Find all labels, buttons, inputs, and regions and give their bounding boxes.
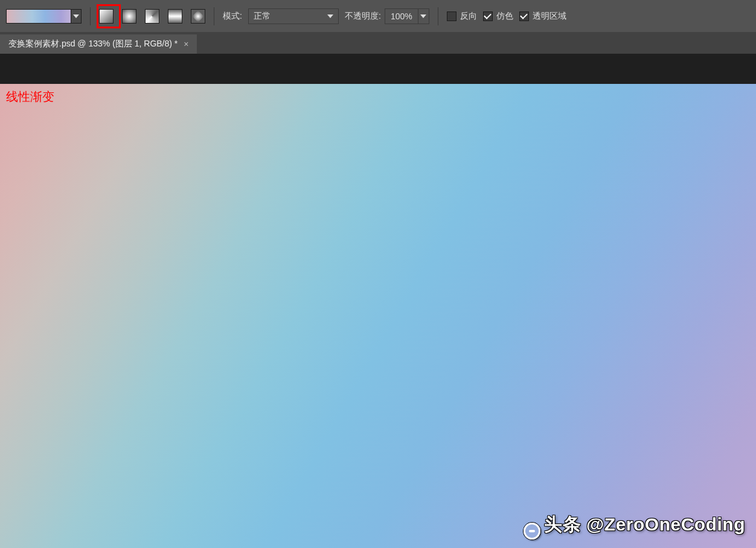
dither-label: 仿色 bbox=[496, 11, 513, 22]
transparency-checkbox[interactable] bbox=[519, 11, 529, 21]
gradient-type-diamond[interactable] bbox=[191, 9, 205, 24]
separator bbox=[90, 7, 91, 25]
reverse-label: 反向 bbox=[460, 11, 477, 22]
gradient-type-radial[interactable] bbox=[122, 9, 136, 24]
dither-checkbox-wrap[interactable]: 仿色 bbox=[483, 11, 513, 22]
gradient-type-group bbox=[99, 9, 205, 24]
transparency-label: 透明区域 bbox=[533, 11, 566, 22]
separator bbox=[214, 7, 214, 25]
gradient-picker-dropdown[interactable] bbox=[71, 9, 82, 24]
chevron-down-icon bbox=[73, 14, 79, 18]
gradient-preview[interactable] bbox=[6, 9, 71, 24]
document-canvas[interactable]: 线性渐变 头条 @ZeroOneCoding bbox=[0, 84, 756, 548]
svg-marker-2 bbox=[420, 14, 426, 18]
gradient-type-reflected[interactable] bbox=[168, 9, 182, 24]
chevron-down-icon bbox=[420, 14, 426, 18]
gradient-type-linear[interactable] bbox=[99, 9, 114, 24]
watermark-logo-icon bbox=[524, 523, 540, 540]
blend-mode-select[interactable]: 正常 bbox=[248, 8, 339, 24]
document-tab[interactable]: 变换案例素材.psd @ 133% (图层 1, RGB/8) * × bbox=[0, 34, 197, 54]
transparency-checkbox-wrap[interactable]: 透明区域 bbox=[519, 11, 566, 22]
opacity-label: 不透明度: bbox=[345, 11, 381, 22]
watermark: 头条 @ZeroOneCoding bbox=[524, 512, 745, 540]
close-icon[interactable]: × bbox=[184, 39, 188, 49]
svg-marker-1 bbox=[327, 14, 333, 18]
svg-marker-0 bbox=[73, 14, 79, 18]
chevron-down-icon bbox=[327, 14, 333, 18]
workspace: 线性渐变 头条 @ZeroOneCoding bbox=[0, 54, 756, 548]
separator bbox=[438, 7, 438, 25]
mode-label: 模式: bbox=[223, 11, 242, 22]
gradient-type-angle[interactable] bbox=[145, 9, 159, 24]
document-tab-bar: 变换案例素材.psd @ 133% (图层 1, RGB/8) * × bbox=[0, 32, 756, 54]
document-tab-title: 变换案例素材.psd @ 133% (图层 1, RGB/8) * bbox=[8, 39, 178, 49]
reverse-checkbox-wrap[interactable]: 反向 bbox=[447, 11, 477, 22]
reverse-checkbox[interactable] bbox=[447, 11, 456, 21]
watermark-text: 头条 @ZeroOneCoding bbox=[544, 514, 745, 534]
opacity-input[interactable]: 100% bbox=[385, 8, 418, 24]
dither-checkbox[interactable] bbox=[483, 11, 493, 21]
blend-mode-value: 正常 bbox=[254, 11, 271, 22]
gradient-options-bar: 模式: 正常 不透明度: 100% 反向 仿色 透明区域 bbox=[0, 0, 756, 32]
opacity-dropdown[interactable] bbox=[418, 8, 429, 24]
canvas-annotation: 线性渐变 bbox=[6, 89, 54, 105]
canvas-margin bbox=[0, 54, 756, 84]
